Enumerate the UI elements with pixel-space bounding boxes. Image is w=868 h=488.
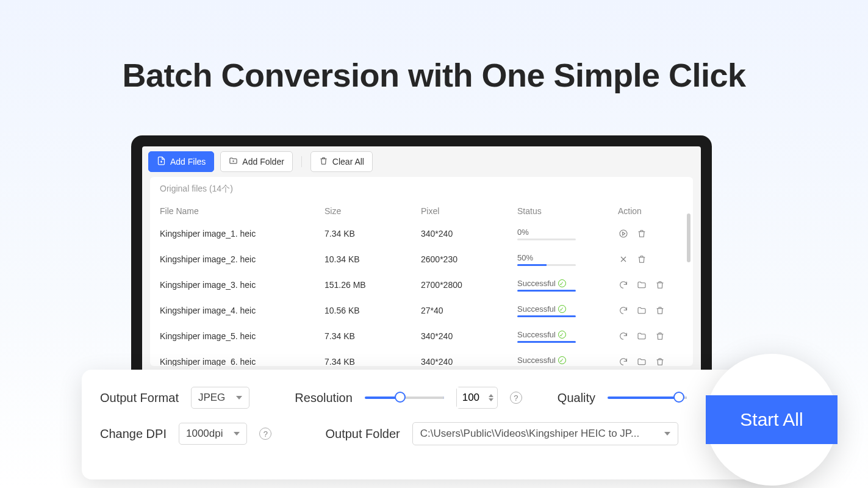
- refresh-icon[interactable]: [618, 331, 629, 342]
- output-format-label: Output Format: [100, 391, 179, 405]
- folder-add-icon: [229, 156, 238, 167]
- file-panel: Original files (14个) File Name Size Pixe…: [150, 177, 693, 366]
- cell-status: Successful ✓: [517, 304, 618, 317]
- output-folder-select[interactable]: C:\Users\Public\Videos\Kingshiper HEIC t…: [412, 422, 678, 445]
- chevron-down-icon: [234, 432, 240, 436]
- cell-filename: Kingshiper image_3. heic: [160, 280, 325, 290]
- table-row: Kingshiper image_3. heic151.26 MB2700*28…: [150, 272, 693, 298]
- trash-icon[interactable]: [636, 228, 647, 239]
- trash-icon[interactable]: [655, 356, 665, 366]
- select-value: JPEG: [198, 392, 225, 404]
- refresh-icon[interactable]: [618, 305, 629, 316]
- folder-icon[interactable]: [636, 305, 647, 316]
- table-row: Kingshiper image_4. heic10.56 KB27*40Suc…: [150, 298, 693, 323]
- check-icon: ✓: [558, 279, 566, 287]
- cell-actions: [618, 331, 683, 342]
- trash-icon[interactable]: [655, 331, 665, 342]
- add-folder-button[interactable]: Add Folder: [220, 151, 292, 172]
- cell-filename: Kingshiper image_1. heic: [160, 229, 325, 239]
- check-icon: ✓: [558, 356, 566, 364]
- cell-filename: Kingshiper image_4. heic: [160, 306, 325, 315]
- output-format-select[interactable]: JPEG: [191, 387, 249, 409]
- cell-size: 10.34 KB: [325, 254, 421, 264]
- slider-thumb[interactable]: [395, 392, 406, 403]
- folder-icon[interactable]: [636, 356, 647, 366]
- cell-status: Successful ✓: [517, 355, 618, 366]
- cell-actions: [618, 279, 683, 290]
- help-icon[interactable]: ?: [510, 392, 522, 404]
- cell-pixel: 27*40: [421, 306, 517, 315]
- col-filename: File Name: [160, 206, 325, 216]
- cell-actions: [618, 356, 683, 366]
- button-label: Add Files: [170, 157, 206, 167]
- play-icon[interactable]: [618, 228, 629, 239]
- slider-thumb[interactable]: [673, 392, 684, 403]
- table-row: Kingshiper image_2. heic10.34 KB2600*230…: [150, 246, 693, 272]
- svg-point-0: [620, 230, 627, 237]
- cell-pixel: 340*240: [421, 229, 517, 239]
- cell-pixel: 340*240: [421, 357, 517, 366]
- resolution-spinner[interactable]: [456, 387, 498, 409]
- cell-size: 10.56 KB: [325, 306, 421, 315]
- dpi-select[interactable]: 1000dpi: [179, 423, 248, 445]
- help-icon[interactable]: ?: [259, 428, 271, 440]
- folder-icon[interactable]: [636, 279, 647, 290]
- start-all-button[interactable]: Start All: [706, 395, 838, 444]
- start-circle: Start All: [706, 354, 838, 486]
- table-row: Kingshiper image_6. heic7.34 KB340*240Su…: [150, 349, 693, 366]
- trash-icon[interactable]: [636, 254, 647, 265]
- button-label: Add Folder: [242, 157, 284, 167]
- table-row: Kingshiper image_1. heic7.34 KB340*2400%: [150, 221, 693, 246]
- dpi-label: Change DPI: [100, 427, 167, 441]
- quality-slider[interactable]: [608, 396, 687, 399]
- trash-icon[interactable]: [655, 279, 665, 290]
- folder-path: C:\Users\Public\Videos\Kingshiper HEIC t…: [420, 428, 639, 440]
- cell-pixel: 340*240: [421, 331, 517, 341]
- refresh-icon[interactable]: [618, 356, 629, 366]
- cell-filename: Kingshiper image_5. heic: [160, 331, 325, 341]
- toolbar: Add Files Add Folder Clear All: [142, 146, 701, 177]
- file-add-icon: [157, 156, 166, 167]
- col-status: Status: [517, 206, 618, 216]
- col-pixel: Pixel: [421, 206, 517, 216]
- clear-all-button[interactable]: Clear All: [310, 151, 373, 172]
- cell-size: 7.34 KB: [325, 357, 421, 366]
- table-body: Kingshiper image_1. heic7.34 KB340*2400%…: [150, 221, 693, 366]
- add-files-button[interactable]: Add Files: [148, 151, 214, 172]
- spinner-down-icon[interactable]: [489, 398, 493, 401]
- cell-filename: Kingshiper image_6. heic: [160, 357, 325, 366]
- output-folder-label: Output Folder: [325, 427, 400, 441]
- cell-status: Successful ✓: [517, 329, 618, 343]
- trash-icon: [319, 156, 328, 167]
- cell-filename: Kingshiper image_2. heic: [160, 254, 325, 264]
- cell-status: Successful ✓: [517, 278, 618, 292]
- cell-status: 0%: [517, 227, 618, 240]
- close-icon[interactable]: [618, 254, 629, 265]
- resolution-label: Resolution: [295, 391, 353, 405]
- resolution-input[interactable]: [457, 387, 485, 408]
- cell-pixel: 2600*230: [421, 254, 517, 264]
- cell-size: 7.34 KB: [325, 229, 421, 239]
- folder-icon[interactable]: [636, 331, 647, 342]
- page-title: Batch Conversion with One Simple Click: [0, 56, 868, 94]
- resolution-slider[interactable]: [365, 396, 444, 399]
- col-action: Action: [618, 206, 683, 216]
- cell-size: 7.34 KB: [325, 331, 421, 341]
- chevron-down-icon: [236, 396, 242, 400]
- cell-size: 151.26 MB: [325, 280, 421, 290]
- col-size: Size: [325, 206, 421, 216]
- settings-panel: Output Format JPEG Resolution ? Quality …: [82, 370, 786, 479]
- table-row: Kingshiper image_5. heic7.34 KB340*240Su…: [150, 323, 693, 349]
- panel-header: Original files (14个): [150, 177, 693, 201]
- separator: [301, 156, 302, 167]
- spinner-up-icon[interactable]: [489, 394, 493, 397]
- select-value: 1000dpi: [186, 428, 223, 440]
- check-icon: ✓: [558, 331, 566, 339]
- cell-pixel: 2700*2800: [421, 280, 517, 290]
- quality-label: Quality: [558, 391, 595, 405]
- trash-icon[interactable]: [655, 305, 665, 316]
- refresh-icon[interactable]: [618, 279, 629, 290]
- scrollbar[interactable]: [687, 214, 690, 262]
- cell-status: 50%: [517, 253, 618, 266]
- chevron-down-icon: [664, 432, 670, 436]
